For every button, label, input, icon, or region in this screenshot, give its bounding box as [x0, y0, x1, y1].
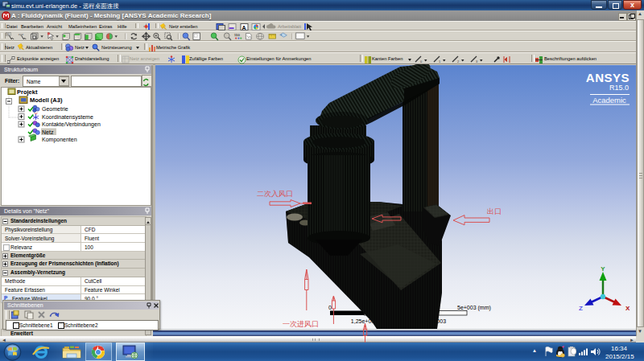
- svg-text:0: 0: [328, 305, 332, 310]
- svg-text:5e+003 (mm): 5e+003 (mm): [457, 305, 491, 311]
- svg-text:Projekt: Projekt: [17, 88, 38, 96]
- svg-text:ANSYS: ANSYS: [586, 71, 630, 84]
- svg-text:出口: 出口: [487, 207, 502, 215]
- svg-text:R15.0: R15.0: [609, 84, 629, 92]
- svg-text:xyz: xyz: [19, 32, 23, 36]
- svg-text:Z: Z: [579, 305, 583, 312]
- svg-text:A: A: [242, 25, 246, 31]
- svg-text:▬: ▬: [229, 25, 234, 30]
- svg-text:Academic: Academic: [592, 96, 626, 105]
- svg-text:Komponenten: Komponenten: [42, 137, 77, 143]
- svg-text:1: 1: [439, 59, 441, 64]
- svg-text:Geometrie: Geometrie: [42, 106, 68, 112]
- svg-text:2: 2: [457, 59, 460, 64]
- svg-text:150: 150: [234, 33, 241, 37]
- svg-text:Netz: Netz: [42, 129, 54, 135]
- svg-text:0: 0: [420, 59, 423, 64]
- svg-text:Koordinatensysteme: Koordinatensysteme: [42, 114, 93, 121]
- svg-text:Kontakte/Verbindungen: Kontakte/Verbindungen: [42, 121, 101, 128]
- svg-text:二次入风口: 二次入风口: [257, 190, 293, 198]
- svg-text:3: 3: [476, 59, 478, 64]
- svg-text:Y: Y: [601, 265, 605, 273]
- svg-text:一次进风口: 一次进风口: [283, 320, 319, 328]
- svg-text:Modell (A3): Modell (A3): [30, 96, 63, 104]
- svg-text:X: X: [625, 305, 630, 312]
